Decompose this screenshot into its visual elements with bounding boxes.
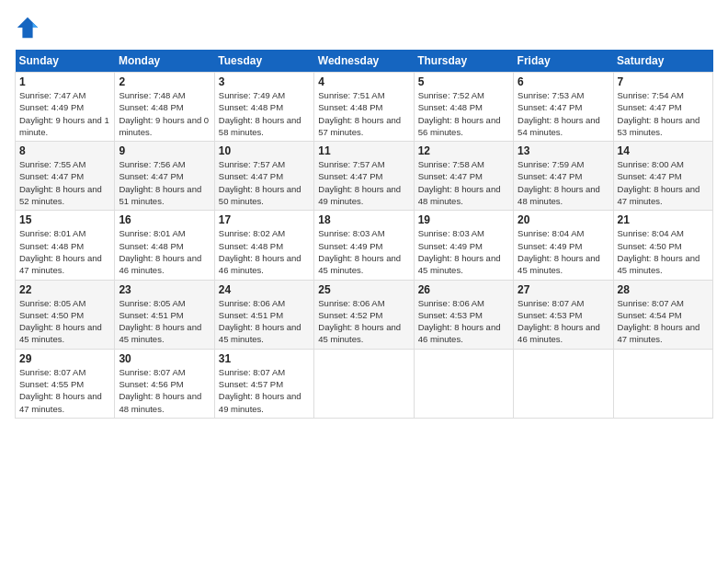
- header-cell-thursday: Thursday: [414, 50, 513, 73]
- day-cell: 8 Sunrise: 7:55 AMSunset: 4:47 PMDayligh…: [16, 142, 115, 211]
- day-number: 14: [618, 144, 709, 157]
- day-detail: Sunrise: 7:57 AMSunset: 4:47 PMDaylight:…: [219, 159, 301, 206]
- day-detail: Sunrise: 7:47 AMSunset: 4:49 PMDaylight:…: [19, 90, 109, 137]
- day-number: 16: [119, 213, 210, 226]
- day-cell: 28 Sunrise: 8:07 AMSunset: 4:54 PMDaylig…: [613, 280, 712, 349]
- day-cell: 21 Sunrise: 8:04 AMSunset: 4:50 PMDaylig…: [613, 211, 712, 280]
- day-detail: Sunrise: 8:05 AMSunset: 4:50 PMDaylight:…: [19, 298, 102, 345]
- day-detail: Sunrise: 8:07 AMSunset: 4:53 PMDaylight:…: [518, 298, 600, 345]
- week-row-2: 8 Sunrise: 7:55 AMSunset: 4:47 PMDayligh…: [16, 142, 713, 211]
- day-number: 2: [119, 75, 210, 88]
- day-number: 1: [19, 75, 110, 88]
- day-number: 29: [19, 352, 110, 365]
- day-number: 27: [518, 283, 609, 296]
- page: SundayMondayTuesdayWednesdayThursdayFrid…: [0, 0, 728, 563]
- day-detail: Sunrise: 8:07 AMSunset: 4:55 PMDaylight:…: [19, 367, 102, 414]
- day-number: 17: [219, 213, 310, 226]
- day-detail: Sunrise: 7:51 AMSunset: 4:48 PMDaylight:…: [318, 90, 401, 137]
- day-cell: 27 Sunrise: 8:07 AMSunset: 4:53 PMDaylig…: [514, 280, 613, 349]
- day-detail: Sunrise: 7:54 AMSunset: 4:47 PMDaylight:…: [618, 90, 700, 137]
- day-number: 4: [318, 75, 409, 88]
- day-cell: 26 Sunrise: 8:06 AMSunset: 4:53 PMDaylig…: [414, 280, 513, 349]
- day-cell: 16 Sunrise: 8:01 AMSunset: 4:48 PMDaylig…: [115, 211, 214, 280]
- day-detail: Sunrise: 7:59 AMSunset: 4:47 PMDaylight:…: [518, 159, 600, 206]
- day-number: 10: [219, 144, 310, 157]
- day-cell: [514, 349, 613, 418]
- day-cell: 17 Sunrise: 8:02 AMSunset: 4:48 PMDaylig…: [214, 211, 313, 280]
- logo-icon: [15, 15, 40, 40]
- day-cell: 14 Sunrise: 8:00 AMSunset: 4:47 PMDaylig…: [613, 142, 712, 211]
- day-number: 20: [518, 213, 609, 226]
- week-row-1: 1 Sunrise: 7:47 AMSunset: 4:49 PMDayligh…: [16, 73, 713, 142]
- header-cell-tuesday: Tuesday: [214, 50, 313, 73]
- day-detail: Sunrise: 8:04 AMSunset: 4:50 PMDaylight:…: [618, 228, 700, 275]
- day-number: 26: [418, 283, 509, 296]
- day-cell: [613, 349, 712, 418]
- day-cell: 12 Sunrise: 7:58 AMSunset: 4:47 PMDaylig…: [414, 142, 513, 211]
- header-cell-saturday: Saturday: [613, 50, 712, 73]
- day-cell: 3 Sunrise: 7:49 AMSunset: 4:48 PMDayligh…: [214, 73, 313, 142]
- day-cell: 4 Sunrise: 7:51 AMSunset: 4:48 PMDayligh…: [314, 73, 414, 142]
- day-number: 31: [219, 352, 310, 365]
- day-number: 28: [618, 283, 709, 296]
- week-row-4: 22 Sunrise: 8:05 AMSunset: 4:50 PMDaylig…: [16, 280, 713, 349]
- day-cell: 6 Sunrise: 7:53 AMSunset: 4:47 PMDayligh…: [514, 73, 613, 142]
- header-cell-sunday: Sunday: [16, 50, 115, 73]
- day-cell: 22 Sunrise: 8:05 AMSunset: 4:50 PMDaylig…: [16, 280, 115, 349]
- day-cell: 2 Sunrise: 7:48 AMSunset: 4:48 PMDayligh…: [115, 73, 214, 142]
- day-detail: Sunrise: 7:56 AMSunset: 4:47 PMDaylight:…: [119, 159, 201, 206]
- day-detail: Sunrise: 8:06 AMSunset: 4:52 PMDaylight:…: [318, 298, 401, 345]
- header-cell-friday: Friday: [514, 50, 613, 73]
- day-cell: 19 Sunrise: 8:03 AMSunset: 4:49 PMDaylig…: [414, 211, 513, 280]
- day-number: 30: [119, 352, 210, 365]
- header-cell-monday: Monday: [115, 50, 214, 73]
- week-row-3: 15 Sunrise: 8:01 AMSunset: 4:48 PMDaylig…: [16, 211, 713, 280]
- day-cell: 1 Sunrise: 7:47 AMSunset: 4:49 PMDayligh…: [16, 73, 115, 142]
- day-detail: Sunrise: 8:02 AMSunset: 4:48 PMDaylight:…: [219, 228, 301, 275]
- day-detail: Sunrise: 8:07 AMSunset: 4:57 PMDaylight:…: [219, 367, 301, 414]
- day-number: 9: [119, 144, 210, 157]
- day-detail: Sunrise: 8:07 AMSunset: 4:54 PMDaylight:…: [618, 298, 700, 345]
- day-detail: Sunrise: 8:01 AMSunset: 4:48 PMDaylight:…: [119, 228, 201, 275]
- header-row: SundayMondayTuesdayWednesdayThursdayFrid…: [16, 50, 713, 73]
- day-cell: 29 Sunrise: 8:07 AMSunset: 4:55 PMDaylig…: [16, 349, 115, 418]
- day-cell: 15 Sunrise: 8:01 AMSunset: 4:48 PMDaylig…: [16, 211, 115, 280]
- day-number: 24: [219, 283, 310, 296]
- calendar-table: SundayMondayTuesdayWednesdayThursdayFrid…: [15, 50, 713, 419]
- day-detail: Sunrise: 8:06 AMSunset: 4:51 PMDaylight:…: [219, 298, 301, 345]
- day-number: 15: [19, 213, 110, 226]
- day-cell: 24 Sunrise: 8:06 AMSunset: 4:51 PMDaylig…: [214, 280, 313, 349]
- day-cell: 31 Sunrise: 8:07 AMSunset: 4:57 PMDaylig…: [214, 349, 313, 418]
- day-cell: [314, 349, 414, 418]
- day-cell: 7 Sunrise: 7:54 AMSunset: 4:47 PMDayligh…: [613, 73, 712, 142]
- day-number: 7: [618, 75, 709, 88]
- day-number: 21: [618, 213, 709, 226]
- day-number: 12: [418, 144, 509, 157]
- day-cell: 30 Sunrise: 8:07 AMSunset: 4:56 PMDaylig…: [115, 349, 214, 418]
- day-cell: 18 Sunrise: 8:03 AMSunset: 4:49 PMDaylig…: [314, 211, 414, 280]
- day-number: 8: [19, 144, 110, 157]
- day-detail: Sunrise: 8:05 AMSunset: 4:51 PMDaylight:…: [119, 298, 201, 345]
- header: [15, 15, 713, 40]
- day-detail: Sunrise: 7:58 AMSunset: 4:47 PMDaylight:…: [418, 159, 501, 206]
- day-detail: Sunrise: 7:53 AMSunset: 4:47 PMDaylight:…: [518, 90, 600, 137]
- day-detail: Sunrise: 7:48 AMSunset: 4:48 PMDaylight:…: [119, 90, 209, 137]
- day-cell: 20 Sunrise: 8:04 AMSunset: 4:49 PMDaylig…: [514, 211, 613, 280]
- day-cell: 25 Sunrise: 8:06 AMSunset: 4:52 PMDaylig…: [314, 280, 414, 349]
- day-cell: 11 Sunrise: 7:57 AMSunset: 4:47 PMDaylig…: [314, 142, 414, 211]
- logo: [15, 15, 44, 40]
- day-detail: Sunrise: 7:55 AMSunset: 4:47 PMDaylight:…: [19, 159, 102, 206]
- day-detail: Sunrise: 8:00 AMSunset: 4:47 PMDaylight:…: [618, 159, 700, 206]
- day-number: 3: [219, 75, 310, 88]
- day-detail: Sunrise: 8:03 AMSunset: 4:49 PMDaylight:…: [318, 228, 401, 275]
- day-number: 22: [19, 283, 110, 296]
- day-cell: [414, 349, 513, 418]
- day-number: 18: [318, 213, 409, 226]
- day-detail: Sunrise: 7:49 AMSunset: 4:48 PMDaylight:…: [219, 90, 301, 137]
- day-cell: 13 Sunrise: 7:59 AMSunset: 4:47 PMDaylig…: [514, 142, 613, 211]
- day-cell: 23 Sunrise: 8:05 AMSunset: 4:51 PMDaylig…: [115, 280, 214, 349]
- day-detail: Sunrise: 7:57 AMSunset: 4:47 PMDaylight:…: [318, 159, 401, 206]
- header-cell-wednesday: Wednesday: [314, 50, 414, 73]
- week-row-5: 29 Sunrise: 8:07 AMSunset: 4:55 PMDaylig…: [16, 349, 713, 418]
- day-detail: Sunrise: 7:52 AMSunset: 4:48 PMDaylight:…: [418, 90, 501, 137]
